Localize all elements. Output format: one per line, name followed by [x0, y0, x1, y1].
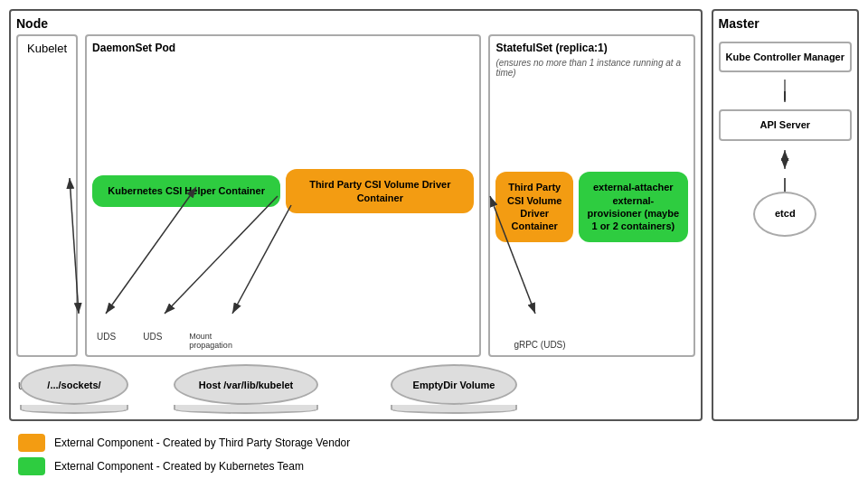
api-server-box: API Server	[719, 109, 852, 140]
api-server-label: API Server	[760, 119, 810, 130]
grpc-uds-label: gRPC (UDS)	[514, 340, 565, 350]
thirdparty-driver-container-daemonset: Third Party CSI Volume Driver Container	[286, 169, 474, 213]
kube-controller-label: Kube Controller Manager	[726, 52, 844, 62]
emptydir-disk-bottom	[391, 405, 517, 414]
thirdparty-driver-container-statefulset: Third Party CSI Volume Driver Container	[495, 172, 573, 241]
legend-orange-box	[18, 434, 45, 452]
attacher-provisioner-container: external-attacher external-provisioner (…	[579, 172, 688, 241]
thirdparty-driver-label-statefulset: Third Party CSI Volume Driver Container	[507, 182, 561, 231]
master-box: Master Kube Controller Manager API Serve…	[712, 9, 859, 421]
kube-controller-box: Kube Controller Manager	[719, 42, 852, 72]
master-title: Master	[719, 16, 852, 31]
legend-orange-item: External Component - Created by Third Pa…	[18, 434, 850, 452]
mount-propagation-label: Mountpropagation	[189, 332, 232, 350]
sockets-label: /.../sockets/	[47, 380, 100, 390]
etcd-label: etcd	[775, 207, 796, 220]
statefulset-subtitle: (ensures no more than 1 instance running…	[495, 58, 687, 78]
kubelet-disk-bottom	[174, 405, 318, 414]
emptydir-disk: EmptyDir Volume	[391, 364, 517, 405]
attacher-provisioner-label: external-attacher external-provisioner (…	[588, 182, 679, 231]
kubelet-label: Kubelet	[27, 42, 67, 55]
thirdparty-driver-label-daemonset: Third Party CSI Volume Driver Container	[309, 179, 450, 202]
sockets-disk-bottom	[20, 405, 128, 414]
master-arrow-2	[771, 148, 798, 171]
statefulset-box: StatefulSet (replica:1) (ensures no more…	[488, 34, 694, 357]
legend-orange-text: External Component - Created by Third Pa…	[54, 436, 350, 449]
node-title: Node	[16, 16, 695, 31]
daemonset-title: DaemonSet Pod	[92, 42, 474, 54]
uds-label-2: UDS	[143, 332, 162, 350]
k8s-csi-helper-container: Kubernetes CSI Helper Container	[92, 175, 280, 206]
master-arrow-1	[784, 80, 786, 102]
kubelet-box: Kubelet	[16, 34, 78, 357]
legend-area: External Component - Created by Third Pa…	[9, 430, 859, 479]
legend-green-item: External Component - Created by Kubernet…	[18, 457, 850, 475]
emptydir-label: EmptyDir Volume	[413, 380, 495, 390]
kubelet-disk-label: Host /var/lib/kubelet	[199, 380, 294, 390]
statefulset-title: StatefulSet (replica:1)	[495, 42, 687, 54]
node-box: Node Kubelet DaemonSet Pod Kubernetes CS…	[9, 9, 703, 421]
etcd-box: etcd	[753, 192, 816, 237]
legend-green-text: External Component - Created by Kubernet…	[54, 460, 304, 473]
daemonset-box: DaemonSet Pod Kubernetes CSI Helper Cont…	[85, 34, 481, 357]
k8s-csi-label: Kubernetes CSI Helper Container	[108, 185, 265, 196]
legend-green-box	[18, 457, 45, 475]
uds-label-1: UDS	[97, 332, 116, 350]
kubelet-disk: Host /var/lib/kubelet	[174, 364, 318, 405]
sockets-disk: /.../sockets/	[20, 364, 128, 405]
